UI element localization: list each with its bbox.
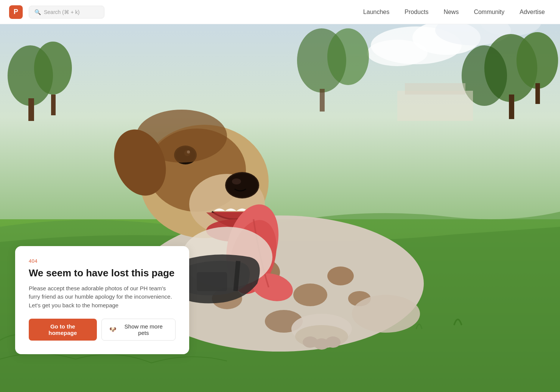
nav-link-advertise[interactable]: Advertise — [513, 6, 551, 19]
error-card: 404 We seem to have lost this page Pleas… — [15, 246, 189, 354]
svg-point-11 — [516, 32, 558, 89]
show-more-pets-label: Show me more pets — [120, 323, 168, 336]
svg-rect-13 — [509, 95, 514, 119]
svg-rect-8 — [28, 98, 34, 121]
error-description: Please accept these adorable photos of o… — [29, 284, 176, 310]
nav-links: Launches Products News Community Adverti… — [357, 6, 551, 19]
svg-rect-17 — [320, 89, 325, 112]
svg-point-32 — [226, 173, 258, 197]
svg-point-3 — [367, 40, 428, 66]
show-more-pets-button[interactable]: 🐶 Show me more pets — [101, 319, 176, 341]
pets-emoji: 🐶 — [109, 326, 117, 333]
search-bar[interactable]: 🔍 Search (⌘ + k) — [29, 6, 104, 19]
search-icon: 🔍 — [34, 9, 41, 15]
logo[interactable]: P — [9, 5, 23, 19]
error-actions: Go to the homepage 🐶 Show me more pets — [29, 319, 176, 341]
svg-point-52 — [325, 336, 341, 348]
svg-point-16 — [327, 28, 369, 85]
svg-rect-18 — [397, 91, 473, 121]
nav-link-products[interactable]: Products — [398, 6, 434, 19]
svg-point-24 — [327, 266, 354, 285]
svg-rect-47 — [197, 272, 227, 291]
navbar: P 🔍 Search (⌘ + k) Launches Products New… — [0, 0, 560, 24]
go-to-homepage-button[interactable]: Go to the homepage — [29, 319, 97, 341]
nav-link-news[interactable]: News — [437, 6, 465, 19]
svg-rect-14 — [535, 83, 540, 104]
svg-point-53 — [352, 295, 420, 333]
svg-point-7 — [34, 42, 72, 95]
svg-rect-19 — [405, 83, 465, 95]
search-placeholder: Search (⌘ + k) — [44, 9, 80, 15]
error-title: We seem to have lost this page — [29, 267, 176, 280]
svg-rect-9 — [51, 95, 56, 115]
nav-link-launches[interactable]: Launches — [357, 6, 395, 19]
svg-point-33 — [232, 178, 241, 184]
error-code: 404 — [29, 258, 176, 264]
svg-point-23 — [293, 284, 327, 306]
nav-link-community[interactable]: Community — [468, 6, 510, 19]
